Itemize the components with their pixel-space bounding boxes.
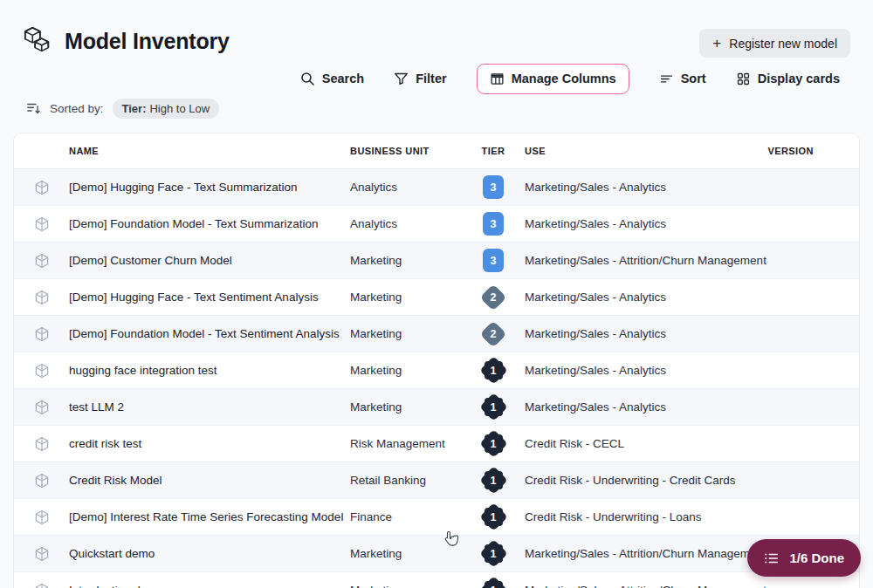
model-name: hugging face integration test	[69, 364, 350, 377]
business-unit: Marketing	[350, 364, 462, 377]
model-name: Introduction demo	[69, 584, 350, 588]
filter-button[interactable]: Filter	[394, 72, 446, 86]
table-row[interactable]: Quickstart demo Marketing 1 Marketing/Sa…	[14, 536, 859, 572]
business-unit: Analytics	[350, 217, 462, 230]
model-cube-icon	[33, 582, 51, 588]
display-cards-label: Display cards	[758, 72, 840, 85]
model-use: Marketing/Sales - Attrition/Churn Manage…	[525, 584, 752, 588]
search-label: Search	[322, 72, 364, 85]
sort-chip-value: High to Low	[149, 102, 210, 115]
model-use: Marketing/Sales - Analytics	[525, 217, 752, 230]
model-cube-icon	[33, 435, 51, 453]
model-name: [Demo] Hugging Face - Text Sentiment Ana…	[69, 291, 350, 304]
table-row[interactable]: [Demo] Hugging Face - Text Summarization…	[14, 169, 859, 206]
sorted-by-label: Sorted by:	[50, 102, 104, 115]
model-name: [Demo] Foundation Model - Text Sentiment…	[69, 327, 350, 340]
tier-badge: 1	[478, 356, 508, 386]
model-name: [Demo] Hugging Face - Text Summarization	[69, 181, 350, 194]
business-unit: Marketing	[350, 400, 462, 414]
manage-columns-button[interactable]: Manage Columns	[477, 64, 629, 94]
model-use: Credit Risk - CECL	[525, 437, 752, 450]
business-unit: Finance	[350, 510, 462, 523]
progress-label: 1/6 Done	[789, 550, 844, 565]
table-row[interactable]: Credit Risk Model Retail Banking 1 Credi…	[14, 462, 859, 499]
filter-label: Filter	[416, 72, 446, 85]
business-unit: Risk Management	[350, 437, 462, 450]
model-cube-icon	[33, 545, 51, 563]
model-cube-icon	[33, 215, 51, 233]
model-cube-icon	[33, 289, 51, 306]
app-header: Model Inventory	[21, 24, 230, 58]
table-row[interactable]: test LLM 2 Marketing 1 Marketing/Sales -…	[14, 389, 859, 426]
model-name: [Demo] Interest Rate Time Series Forecas…	[69, 510, 350, 523]
model-use: Marketing/Sales - Analytics	[525, 291, 752, 304]
table-row[interactable]: credit risk test Risk Management 1 Credi…	[14, 426, 859, 462]
tier-badge: 1	[478, 466, 508, 496]
model-name: [Demo] Customer Churn Model	[69, 254, 350, 267]
tier-badge: 1	[478, 576, 508, 588]
model-name: Quickstart demo	[69, 547, 350, 560]
manage-columns-label: Manage Columns	[512, 72, 616, 85]
model-cube-icon	[33, 509, 51, 526]
table-row[interactable]: Introduction demo Marketing 1 Marketing/…	[14, 572, 859, 588]
tier-badge: 3	[478, 246, 508, 276]
table-row[interactable]: [Demo] Hugging Face - Text Sentiment Ana…	[14, 279, 859, 316]
model-use: Marketing/Sales - Attrition/Churn Manage…	[525, 547, 752, 560]
search-button[interactable]: Search	[300, 72, 364, 86]
model-table: NAME BUSINESS UNIT TIER USE VERSION [Dem…	[13, 133, 860, 588]
sort-icon	[659, 72, 674, 86]
business-unit: Analytics	[350, 181, 462, 194]
model-cube-icon	[33, 252, 51, 270]
column-header-tier[interactable]: TIER	[462, 146, 525, 156]
model-cube-icon	[33, 362, 51, 379]
onboarding-progress-button[interactable]: 1/6 Done	[747, 539, 861, 577]
plus-icon: +	[712, 36, 721, 51]
model-use: Credit Risk - Underwriting - Credit Card…	[525, 474, 752, 487]
column-header-name[interactable]: NAME	[69, 146, 350, 156]
manage-columns-icon	[490, 72, 505, 86]
model-name: [Demo] Foundation Model - Text Summariza…	[69, 217, 350, 230]
tier-badge: 3	[478, 173, 508, 202]
display-cards-button[interactable]: Display cards	[736, 72, 840, 86]
model-name: test LLM 2	[69, 400, 350, 414]
model-use: Marketing/Sales - Analytics	[525, 327, 752, 340]
tier-badge: 1	[478, 429, 508, 459]
register-new-model-button[interactable]: + Register new model	[699, 29, 850, 58]
model-use: Marketing/Sales - Analytics	[525, 364, 752, 377]
tier-badge: 1	[478, 503, 508, 532]
business-unit: Retail Banking	[350, 474, 462, 487]
model-cube-icon	[33, 399, 51, 416]
sorted-by-bar: Sorted by: Tier:High to Low	[26, 99, 219, 119]
model-use: Credit Risk - Underwriting - Loans	[525, 510, 752, 523]
search-icon	[300, 72, 315, 86]
column-header-version[interactable]: VERSION	[752, 146, 859, 156]
toolbar: Search Filter Manage Columns Sort Displa…	[300, 63, 840, 94]
table-row[interactable]: [Demo] Foundation Model - Text Sentiment…	[14, 316, 859, 352]
column-header-business-unit[interactable]: BUSINESS UNIT	[350, 146, 462, 156]
model-use: Marketing/Sales - Attrition/Churn Manage…	[525, 254, 752, 267]
page-title: Model Inventory	[65, 29, 230, 54]
model-cube-icon	[33, 472, 51, 489]
table-row[interactable]: hugging face integration test Marketing …	[14, 352, 859, 389]
sort-chip[interactable]: Tier:High to Low	[113, 99, 220, 119]
table-body: [Demo] Hugging Face - Text Summarization…	[14, 169, 859, 588]
model-name: credit risk test	[69, 437, 350, 450]
sort-descending-icon	[26, 102, 41, 115]
model-use: Marketing/Sales - Analytics	[525, 400, 752, 414]
tier-badge: 1	[478, 393, 508, 422]
table-row[interactable]: [Demo] Foundation Model - Text Summariza…	[14, 206, 859, 243]
model-cube-icon	[33, 325, 51, 343]
table-header-row: NAME BUSINESS UNIT TIER USE VERSION	[14, 133, 859, 169]
tier-badge: 1	[478, 539, 508, 569]
table-row[interactable]: [Demo] Customer Churn Model Marketing 3 …	[14, 243, 859, 279]
business-unit: Marketing	[350, 584, 462, 588]
model-inventory-logo-icon	[21, 24, 54, 58]
table-row[interactable]: [Demo] Interest Rate Time Series Forecas…	[14, 499, 859, 536]
model-cube-icon	[33, 179, 51, 196]
column-header-use[interactable]: USE	[525, 146, 752, 156]
tier-badge: 2	[478, 283, 508, 312]
sort-button[interactable]: Sort	[659, 72, 706, 86]
business-unit: Marketing	[350, 327, 462, 340]
model-use: Marketing/Sales - Analytics	[525, 181, 752, 194]
tier-badge: 3	[478, 209, 508, 239]
